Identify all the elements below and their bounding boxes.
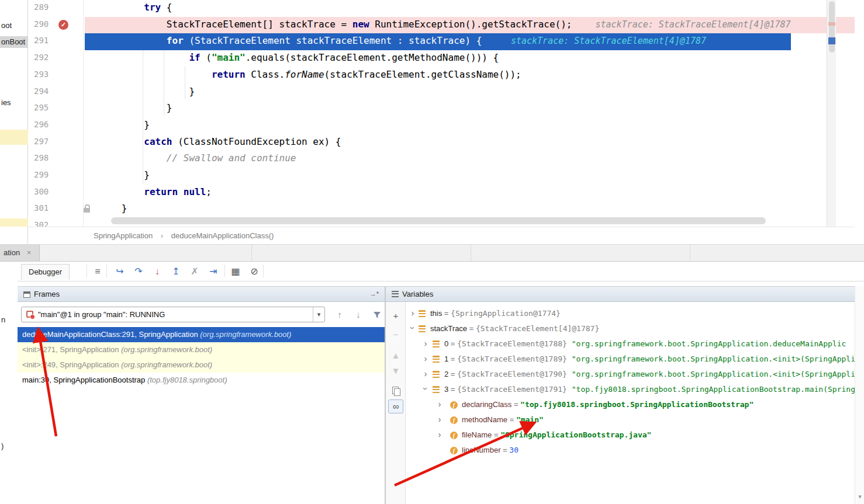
code-text[interactable]: // Swallow and continue	[88, 152, 296, 164]
tab-close-icon[interactable]: ×	[27, 248, 32, 257]
chevron-down-icon[interactable]: ›	[408, 325, 418, 332]
code-editor[interactable]: 289 try {290✓ StackTraceElement[] stackT…	[28, 0, 855, 227]
gutter-line-number[interactable]: 299	[34, 170, 49, 179]
variable-string-value: "SpringApplicationBootstrap.java"	[500, 430, 651, 439]
code-text[interactable]: return null;	[88, 186, 212, 197]
project-item-fragment[interactable]: )	[1, 442, 4, 450]
code-text[interactable]: return Class.forName(stackTraceElement.g…	[88, 69, 521, 80]
variable-row-this[interactable]: ›this = {SpringApplication@1774}	[406, 306, 864, 321]
chevron-down-icon[interactable]: ›	[421, 385, 431, 392]
bottom-vertical-scrollbar[interactable]: ▾	[855, 286, 864, 504]
gutter-line-number[interactable]: 292	[34, 53, 49, 62]
force-step-into-icon[interactable]: ↓	[150, 263, 165, 279]
filter-threads-button[interactable]	[369, 309, 385, 323]
mute-breakpoints-icon[interactable]: ⊘	[247, 263, 262, 279]
remove-watch-button[interactable]: −	[386, 328, 406, 341]
variable-row-2[interactable]: ›2 = {StackTraceElement@1790} "org.sprin…	[406, 367, 864, 382]
code-text[interactable]: }	[88, 119, 150, 130]
breakpoint-icon[interactable]: ✓	[58, 20, 68, 30]
code-text[interactable]: catch (ClassNotFoundException ex) {	[88, 136, 341, 147]
gutter-line-number[interactable]: 289	[34, 2, 49, 12]
editor-vertical-scrollbar[interactable]	[827, 0, 836, 227]
code-text[interactable]: if ("main".equals(stackTraceElement.getM…	[88, 52, 499, 63]
strip-separator	[690, 245, 690, 261]
code-text[interactable]: }	[88, 203, 127, 214]
code-text[interactable]: try {	[88, 2, 172, 13]
frame-row[interactable]: deduceMainApplicationClass:291, SpringAp…	[18, 327, 385, 342]
frame-row[interactable]: <init>:249, SpringApplication (org.sprin…	[18, 357, 385, 373]
variable-row-1[interactable]: ›1 = {StackTraceElement@1789} "org.sprin…	[406, 352, 864, 367]
show-watches-toggle[interactable]: ∞	[388, 399, 403, 413]
variable-row-lineNumber[interactable]: flineNumber = 30	[406, 443, 864, 458]
code-line-289: 289 try {	[28, 0, 855, 17]
thread-selector[interactable]: "main"@1 in group "main": RUNNING ▾	[21, 307, 325, 322]
chevron-right-icon[interactable]: ›	[422, 353, 429, 363]
gutter-line-number[interactable]: 291	[34, 36, 49, 45]
frame-row[interactable]: <init>:271, SpringApplication (org.sprin…	[18, 342, 385, 357]
gutter-line-number[interactable]: 300	[34, 187, 49, 196]
variable-row-methodName[interactable]: ›fmethodName = "main"	[406, 412, 864, 427]
duplicate-watch-button[interactable]	[386, 384, 406, 397]
equals-separator: =	[448, 339, 457, 348]
code-text[interactable]: StackTraceElement[] stackTrace = new Run…	[88, 19, 791, 30]
layout-settings-icon[interactable]: ≡	[90, 263, 105, 279]
chevron-right-icon[interactable]: ›	[436, 429, 443, 439]
step-out-icon[interactable]: ↥	[168, 263, 184, 279]
variable-row-stackTrace[interactable]: ›stackTrace = {StackTraceElement[4]@1787…	[406, 321, 864, 336]
move-watch-up-button[interactable]: ▲	[386, 349, 406, 362]
frame-row[interactable]: main:30, SpringApplicationBootstrap (top…	[18, 373, 385, 388]
project-item-fragment[interactable]: ies	[1, 98, 11, 107]
step-over-icon[interactable]: ↷	[131, 263, 146, 279]
add-watch-button[interactable]: +	[386, 310, 406, 322]
gutter-line-number[interactable]: 302	[34, 220, 49, 227]
code-text[interactable]	[88, 220, 110, 227]
previous-frame-button[interactable]: ↑	[332, 308, 347, 322]
gutter-line-number[interactable]: 296	[34, 120, 49, 129]
editor-tab-strip: ation ×	[0, 244, 864, 262]
move-watch-down-button[interactable]: ▼	[386, 364, 406, 377]
combo-arrow-icon[interactable]: ▾	[313, 307, 324, 322]
tab-debugger[interactable]: Debugger	[21, 264, 70, 280]
project-panel-sliver-top: ootonBooties	[0, 0, 28, 244]
chevron-right-icon[interactable]: ›	[436, 399, 443, 409]
chevron-right-icon[interactable]: ›	[422, 369, 429, 378]
next-frame-button[interactable]: ↓	[351, 308, 366, 322]
code-token: (	[201, 52, 212, 63]
drop-frame-icon[interactable]: ✗	[187, 263, 202, 279]
code-token: }	[167, 102, 172, 113]
project-item-fragment[interactable]: oot	[1, 21, 12, 30]
scroll-down-icon[interactable]: ▾	[855, 493, 864, 500]
gutter-line-number[interactable]: 297	[34, 137, 49, 146]
frames-panel-icon	[23, 291, 30, 298]
gutter-line-number[interactable]: 290	[34, 19, 49, 29]
editor-horizontal-scrollbar[interactable]	[111, 217, 766, 224]
code-text[interactable]: for (StackTraceElement stackTraceElement…	[88, 35, 706, 46]
run-to-cursor-icon[interactable]: ⇥	[206, 263, 221, 279]
view-breakpoints-icon[interactable]: ▦	[228, 263, 243, 279]
equals-separator: =	[512, 400, 520, 409]
project-item-fragment[interactable]: onBoot	[0, 36, 28, 48]
gutter-line-number[interactable]: 298	[34, 153, 49, 162]
tab-run-configuration[interactable]: ation ×	[0, 245, 40, 261]
variable-row-0[interactable]: ›0 = {StackTraceElement@1788} "org.sprin…	[406, 336, 864, 352]
project-item-fragment[interactable]: n	[1, 315, 5, 324]
scrollbar-thumb[interactable]	[829, 1, 835, 53]
variable-row-3[interactable]: ›3 = {StackTraceElement@1791} "top.fjy80…	[406, 382, 864, 397]
variable-text: 0 = {StackTraceElement@1788} "org.spring…	[444, 336, 846, 352]
chevron-right-icon[interactable]: ›	[436, 414, 443, 424]
pin-panel-icon[interactable]: →*	[370, 290, 379, 297]
gutter-line-number[interactable]: 293	[34, 69, 49, 79]
chevron-right-icon[interactable]: ›	[422, 338, 429, 348]
variable-row-declaringClass[interactable]: ›fdeclaringClass = "top.fjy8018.springbo…	[406, 397, 864, 412]
gutter-line-number[interactable]: 295	[34, 103, 49, 112]
variable-row-fileName[interactable]: ›ffileName = "SpringApplicationBootstrap…	[406, 427, 864, 443]
chevron-right-icon[interactable]: ›	[409, 308, 416, 318]
gutter-line-number[interactable]: 294	[34, 86, 49, 96]
gutter-line-number[interactable]: 301	[34, 203, 49, 213]
code-text[interactable]: }	[88, 102, 172, 113]
breadcrumb-method[interactable]: deduceMainApplicationClass()	[171, 231, 274, 240]
code-text[interactable]: }	[88, 86, 195, 97]
code-text[interactable]: }	[88, 169, 150, 180]
show-execution-point-icon[interactable]: ↪	[112, 263, 127, 279]
breadcrumb-class[interactable]: SpringApplication	[94, 231, 153, 240]
